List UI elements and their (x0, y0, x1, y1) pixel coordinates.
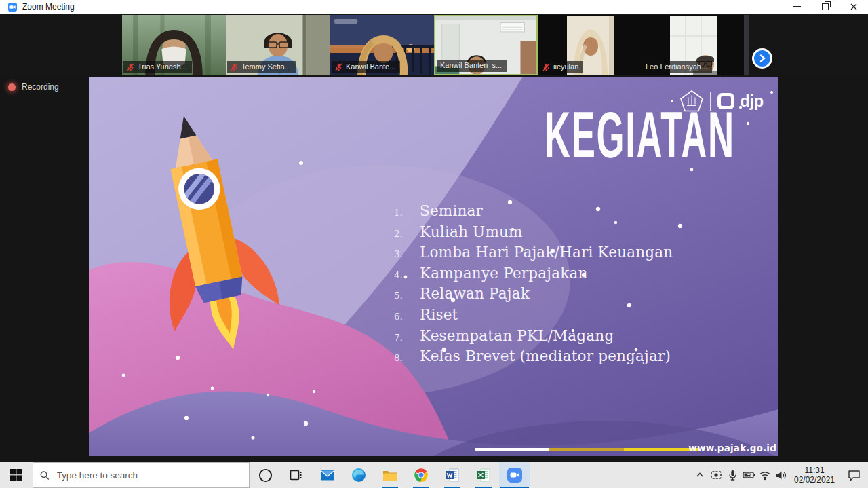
zoom-app-icon (507, 467, 523, 483)
edge-app-button[interactable] (343, 462, 374, 488)
list-item: 8.Kelas Brevet (mediator pengajar) (394, 348, 673, 369)
list-item: 2.Kuliah Umum (394, 223, 673, 244)
restore-button[interactable] (811, 0, 840, 14)
participant-name-bar: Kanwil Bante... (332, 61, 400, 73)
windows-logo-icon (10, 469, 22, 481)
list-item-number: 5. (394, 290, 420, 301)
zoom-app-icon (8, 3, 17, 12)
progress-segment-gold (549, 448, 624, 451)
list-item-number: 1. (394, 207, 420, 218)
cortana-icon (258, 468, 273, 483)
chevron-up-icon (695, 470, 705, 480)
excel-icon (476, 468, 491, 483)
wifi-icon (759, 470, 771, 481)
participant-tile-active-speaker[interactable]: Kanwil Banten_s... (434, 15, 538, 75)
start-button[interactable] (0, 462, 33, 488)
slide-footer-url: www.pajak.go.id (688, 443, 776, 453)
participant-name: Kanwil Bante... (346, 62, 395, 72)
participant-tile[interactable]: Leo Ferdiansyah... (641, 15, 744, 75)
action-center-icon (848, 470, 861, 481)
list-item-number: 6. (394, 311, 420, 322)
battery-charging-icon (742, 470, 755, 480)
muted-mic-icon (542, 63, 550, 71)
list-item: 3.Lomba Hari Pajak/Hari Keuangan (394, 244, 673, 265)
taskbar-search[interactable] (33, 462, 250, 488)
screen-cast-icon (710, 470, 722, 481)
battery-status[interactable] (741, 462, 757, 488)
participant-name: Kanwil Banten_s... (440, 60, 502, 71)
file-explorer-icon (382, 469, 397, 482)
list-item: 4.Kampanye Perpajakan (394, 265, 673, 286)
participant-filmstrip: Trias Yunash... (0, 14, 868, 77)
participant-tile[interactable]: Trias Yunash... (122, 15, 226, 75)
slide-title: KEGIATAN (545, 102, 735, 167)
task-view-button[interactable] (281, 462, 312, 488)
speaker-icon (775, 470, 787, 481)
list-item-text: Kuliah Umum (420, 223, 523, 240)
close-button[interactable] (840, 0, 868, 14)
list-item-text: Relawan Pajak (420, 285, 530, 302)
close-icon (850, 3, 857, 10)
participant-tile[interactable]: Kanwil Bante... (330, 15, 434, 75)
zoom-app-button[interactable] (499, 462, 530, 488)
window-titlebar: Zoom Meeting (0, 0, 868, 14)
participant-tile[interactable]: Temmy Setia... (226, 15, 330, 75)
word-app-button[interactable] (437, 462, 468, 488)
volume-status[interactable] (773, 462, 789, 488)
participant-name-bar: Kanwil Banten_s... (437, 60, 507, 72)
action-center-button[interactable] (840, 462, 868, 488)
list-item-text: Kelas Brevet (mediator pengajar) (420, 348, 671, 364)
microphone-status[interactable] (724, 462, 741, 488)
recording-dot-icon (8, 83, 16, 91)
microphone-icon (728, 470, 738, 481)
minimize-button[interactable] (783, 0, 811, 14)
participant-name-bar: Leo Ferdiansyah... (642, 61, 712, 73)
muted-mic-icon (335, 63, 342, 71)
system-tray: 11:31 02/02/2021 (692, 462, 868, 488)
shared-screen-slide: djp KEGIATAN 1.Seminar 2.Kuliah Umum 3.L… (89, 77, 778, 456)
mail-app-button[interactable] (312, 462, 343, 488)
list-item-text: Kampanye Perpajakan (420, 265, 587, 282)
windows-taskbar: 11:31 02/02/2021 (0, 462, 868, 488)
restore-icon (822, 3, 829, 10)
list-item-number: 8. (394, 352, 420, 363)
chevron-right-icon (758, 54, 766, 62)
cortana-button[interactable] (250, 462, 281, 488)
progress-segment-white (475, 448, 549, 451)
participant-name: iieyulan (553, 62, 578, 72)
minimize-icon (793, 6, 801, 7)
recording-indicator: Recording (8, 82, 59, 92)
list-item: 1.Seminar (394, 202, 673, 223)
wifi-status[interactable] (757, 462, 773, 488)
list-item-text: Kesempatan PKL/Magang (420, 327, 614, 344)
list-item-text: Seminar (420, 202, 483, 219)
tray-expand-button[interactable] (692, 462, 708, 488)
camera-icon (9, 4, 16, 10)
excel-app-button[interactable] (468, 462, 499, 488)
partial-participant-tile (744, 15, 749, 75)
list-item: 6.Riset (394, 306, 673, 327)
edge-icon (351, 468, 366, 483)
zoom-meeting-window: Zoom Meeting (0, 0, 868, 488)
list-item-number: 7. (394, 332, 420, 343)
taskbar-clock[interactable]: 11:31 02/02/2021 (789, 466, 840, 485)
search-icon (40, 470, 50, 481)
slide-progress-bar (475, 448, 698, 451)
recording-label: Recording (22, 82, 59, 92)
chrome-app-button[interactable] (406, 462, 437, 488)
file-explorer-app-button[interactable] (374, 462, 406, 488)
slide-activity-list: 1.Seminar 2.Kuliah Umum 3.Lomba Hari Paj… (394, 202, 673, 369)
muted-mic-icon (127, 63, 134, 71)
list-item-number: 4. (394, 269, 420, 280)
participant-name-bar: Temmy Setia... (227, 61, 296, 73)
word-icon (445, 468, 460, 483)
list-item-number: 3. (394, 248, 420, 259)
search-input[interactable] (56, 470, 242, 481)
task-view-icon (290, 469, 303, 481)
participant-tile[interactable]: iieyulan (538, 15, 641, 75)
next-participants-button[interactable] (752, 48, 772, 69)
participant-name: Temmy Setia... (241, 62, 291, 72)
screen-share-indicator[interactable] (708, 462, 724, 488)
progress-segment-yellow (624, 448, 698, 451)
clock-date: 02/02/2021 (789, 475, 840, 485)
